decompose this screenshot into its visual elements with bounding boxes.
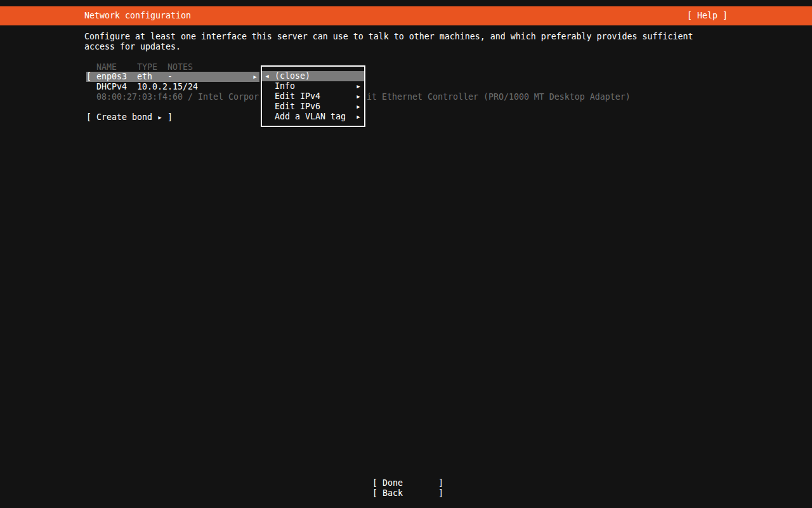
help-button[interactable]: [ Help ]: [687, 11, 728, 21]
interface-type: eth: [137, 72, 152, 82]
page-title: Network configuration: [84, 11, 191, 21]
interface-name: enp0s3: [96, 72, 127, 82]
dhcp-label: DHCPv4: [96, 82, 127, 92]
selected-marker-icon: ◂: [265, 71, 270, 81]
submenu-arrow-icon: ▸: [356, 102, 361, 112]
dhcp-address: 10.0.2.15/24: [137, 82, 198, 92]
menu-item-add-vlan-tag[interactable]: Add a VLAN tag ▸: [262, 112, 364, 122]
column-header-name: NAME: [96, 62, 117, 72]
column-header-type: TYPE: [137, 62, 157, 72]
menu-item-label: Edit IPv6: [275, 102, 320, 112]
row-bracket: [: [86, 72, 91, 82]
intro-text-line2: access for updates.: [84, 42, 181, 52]
menu-item-label: Info: [275, 81, 295, 91]
mac-info-left: 08:00:27:03:f4:60 / Intel Corpor: [96, 92, 259, 102]
menu-item-info[interactable]: Info ▸: [262, 81, 364, 91]
menu-item-label: Add a VLAN tag: [275, 112, 346, 122]
back-button[interactable]: [ Back ]: [372, 488, 443, 498]
submenu-arrow-icon: ▸: [356, 91, 361, 102]
titlebar: Network configuration [ Help ]: [0, 6, 812, 25]
column-header-notes: NOTES: [167, 62, 193, 72]
submenu-arrow-icon: ▸: [356, 112, 361, 122]
menu-item-label: (close): [275, 71, 310, 81]
done-button[interactable]: [ Done ]: [372, 478, 443, 488]
interface-row-enp0s3[interactable]: [ enp0s3 eth - ▸: [86, 72, 259, 82]
interface-notes: -: [167, 72, 173, 82]
mac-info-right: it Ethernet Controller (PRO/1000 MT Desk…: [367, 92, 631, 102]
menu-item-label: Edit IPv4: [275, 91, 320, 102]
intro-text-line1: Configure at least one interface this se…: [84, 32, 693, 42]
submenu-arrow-icon: ▸: [356, 81, 361, 91]
create-bond-button[interactable]: [ Create bond ▸ ]: [86, 112, 173, 123]
menu-item-edit-ipv4[interactable]: Edit IPv4 ▸: [262, 91, 364, 102]
network-configuration-screen: Network configuration [ Help ] Configure…: [0, 0, 812, 508]
interface-context-menu: ◂ (close) Info ▸ Edit IPv4 ▸ Edit IPv6 ▸…: [261, 65, 365, 127]
menu-item-edit-ipv6[interactable]: Edit IPv6 ▸: [262, 102, 364, 112]
menu-item-close[interactable]: ◂ (close): [262, 71, 364, 81]
row-expand-icon: ▸: [252, 72, 258, 82]
